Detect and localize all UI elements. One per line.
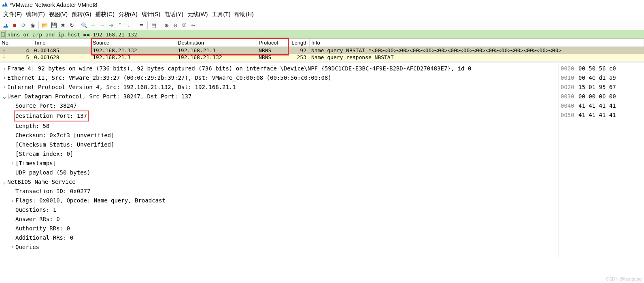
tree-nbns-txid[interactable]: Transaction ID: 0x0277 [0,187,559,196]
hex-row[interactable]: 000000 50 56 c0 [561,64,642,73]
menu-capture[interactable]: 捕获(C) [95,11,114,18]
collapse-icon[interactable]: ⌄ [2,177,7,187]
expand-icon[interactable]: › [10,159,15,168]
packet-row[interactable]: ┌ 4 0.001485 192.168.21.132 192.168.21.1… [0,47,644,54]
tree-label: Checksum: 0x7cf3 [unverified] [15,131,114,140]
close-file-icon[interactable]: ✖ [59,21,67,29]
tree-udp-dstport[interactable]: Destination Port: 137 [0,111,559,121]
cell-time: 0.001485 [32,47,91,53]
find-packet-icon[interactable]: 🔍 [80,21,88,29]
tree-frame[interactable]: ›Frame 4: 92 bytes on wire (736 bits), 9… [0,64,559,73]
tree-nbns-queries[interactable]: ›Queries [0,243,559,252]
reload-icon[interactable]: ↻ [68,21,76,29]
colorize-icon[interactable]: ▤ [150,21,158,29]
column-header-info[interactable]: Info [310,39,644,47]
menu-file[interactable]: 文件(F) [3,11,22,18]
column-header-source[interactable]: Source [91,39,176,47]
toolbar-divider [147,21,148,29]
tree-nbns[interactable]: ⌄NetBIOS Name Service [0,177,559,187]
tree-nbns-authority[interactable]: Authority RRs: 0 [0,224,559,233]
hex-row[interactable]: 001000 4e d1 a9 [561,73,642,83]
tree-ethernet[interactable]: ›Ethernet II, Src: VMware_2b:39:27 (00:0… [0,73,559,83]
tree-label: Internet Protocol Version 4, Src: 192.16… [7,83,236,92]
expand-icon[interactable]: › [10,243,15,252]
menu-stats[interactable]: 统计(S) [142,11,161,18]
capture-options-icon[interactable]: ◉ [28,21,36,29]
tree-udp-timestamps[interactable]: ›[Timestamps] [0,159,559,168]
collapse-icon[interactable]: ⌄ [2,92,7,101]
main-toolbar: ■ ⟳ ◉ 📂 💾 ✖ ↻ 🔍 ← → ⇥ ⤒ ⤓ ≣ ▤ ⊕ ⊖ ⦾ ⥊ [0,20,644,30]
tree-nbns-answer[interactable]: Answer RRs: 0 [0,215,559,224]
expand-icon[interactable]: › [2,83,7,92]
tree-udp[interactable]: ⌄User Datagram Protocol, Src Port: 38247… [0,92,559,101]
display-filter-bar [0,30,644,38]
tree-udp-srcport[interactable]: Source Port: 38247 [0,101,559,111]
open-file-icon[interactable]: 📂 [41,21,49,29]
zoom-reset-icon[interactable]: ⦾ [180,21,188,29]
menu-tools[interactable]: 工具(T) [212,11,230,18]
hex-bytes: 41 41 41 41 [578,112,616,118]
related-bracket-icon: └ [0,54,6,60]
cell-protocol: NBNS [257,47,285,53]
hex-row[interactable]: 003000 00 00 00 [561,92,642,101]
filter-bookmark-icon[interactable] [0,30,6,38]
cell-protocol: NBNS [257,54,285,60]
hex-offset: 0020 [561,83,578,92]
display-filter-input[interactable] [6,31,644,38]
packet-row[interactable]: └ 5 0.001628 192.168.21.1 192.168.21.132… [0,54,644,61]
hex-offset: 0050 [561,111,578,120]
expand-icon[interactable]: › [2,73,7,83]
menu-bar: 文件(F) 编辑(E) 视图(V) 跳转(G) 捕获(C) 分析(A) 统计(S… [0,9,644,20]
expand-icon[interactable]: › [10,196,15,205]
menu-help[interactable]: 帮助(H) [234,11,253,18]
go-first-icon[interactable]: ⤒ [116,21,124,29]
go-to-packet-icon[interactable]: ⇥ [107,21,115,29]
window-title: *VMware Network Adapter VMnet8 [10,2,97,8]
packet-bytes-pane[interactable]: 000000 50 56 c0 001000 4e d1 a9 002015 0… [559,63,644,257]
hex-bytes: 15 01 95 67 [578,84,616,90]
auto-scroll-icon[interactable]: ≣ [137,21,145,29]
column-header-no[interactable]: No. [0,39,32,47]
menu-view[interactable]: 视图(V) [49,11,68,18]
tree-nbns-flags[interactable]: ›Flags: 0x0010, Opcode: Name query, Broa… [0,196,559,205]
menu-go[interactable]: 跳转(G) [72,11,91,18]
menu-telephony[interactable]: 电话(Y) [164,11,183,18]
tree-label: Additional RRs: 0 [15,233,73,243]
resize-columns-icon[interactable]: ⥊ [189,21,197,29]
expand-icon[interactable]: › [2,64,7,73]
column-header-destination[interactable]: Destination [176,39,257,47]
tree-udp-payload[interactable]: UDP payload (50 bytes) [0,168,559,177]
packet-list-body[interactable]: ┌ 4 0.001485 192.168.21.132 192.168.21.1… [0,47,644,61]
packet-details-pane[interactable]: ›Frame 4: 92 bytes on wire (736 bits), 9… [0,63,559,257]
tree-udp-stream[interactable]: [Stream index: 0] [0,149,559,159]
tree-udp-checksum[interactable]: Checksum: 0x7cf3 [unverified] [0,131,559,140]
hex-bytes: 00 00 00 00 [578,93,616,100]
go-back-icon[interactable]: ← [89,21,97,29]
tree-udp-checksum-status[interactable]: [Checksum Status: Unverified] [0,140,559,149]
tree-nbns-additional[interactable]: Additional RRs: 0 [0,233,559,243]
column-header-protocol[interactable]: Protocol [257,39,285,47]
restart-capture-icon[interactable]: ⟳ [19,21,28,29]
stop-capture-icon[interactable]: ■ [11,21,19,29]
save-file-icon[interactable]: 💾 [50,21,58,29]
start-capture-icon[interactable] [2,21,10,29]
tree-ip[interactable]: ›Internet Protocol Version 4, Src: 192.1… [0,83,559,92]
menu-wireless[interactable]: 无线(W) [187,11,208,18]
column-header-length[interactable]: Length [285,39,310,47]
tree-label: Length: 58 [15,121,49,131]
menu-edit[interactable]: 编辑(E) [26,11,45,18]
column-header-time[interactable]: Time [32,39,91,47]
menu-analyze[interactable]: 分析(A) [119,11,138,18]
zoom-in-icon[interactable]: ⊕ [162,21,170,29]
tree-nbns-questions[interactable]: Questions: 1 [0,205,559,215]
zoom-out-icon[interactable]: ⊖ [171,21,179,29]
cell-no: 4 [6,47,32,53]
tree-label: NetBIOS Name Service [7,177,76,187]
go-forward-icon[interactable]: → [98,21,106,29]
cell-source: 192.168.21.1 [91,54,176,60]
hex-row[interactable]: 002015 01 95 67 [561,83,642,92]
tree-udp-length[interactable]: Length: 58 [0,121,559,131]
go-last-icon[interactable]: ⤓ [125,21,133,29]
hex-row[interactable]: 004041 41 41 41 [561,101,642,111]
hex-row[interactable]: 005041 41 41 41 [561,111,642,120]
